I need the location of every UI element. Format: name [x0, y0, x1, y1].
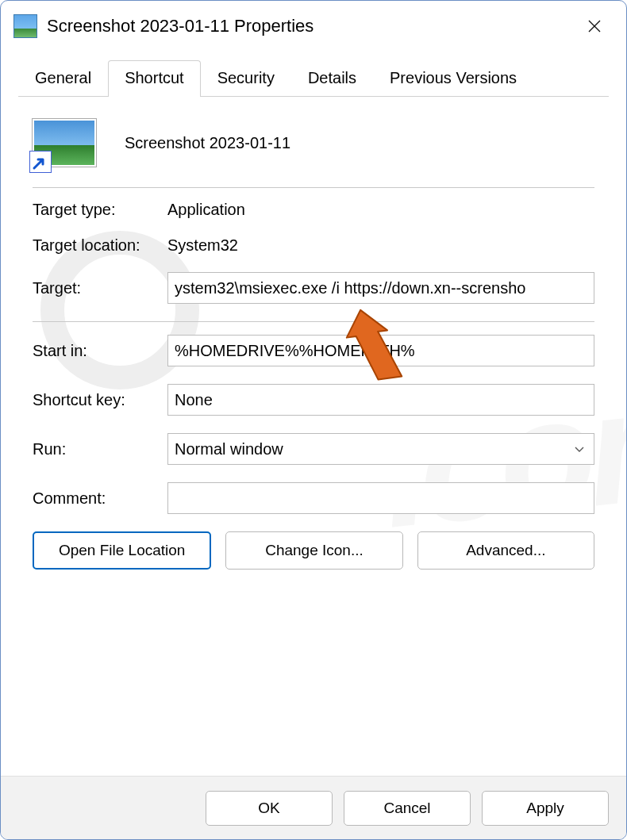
value-target-type: Application	[167, 201, 245, 219]
content-layer: General Shortcut Security Details Previo…	[1, 59, 626, 584]
close-icon	[587, 18, 602, 34]
close-button[interactable]	[575, 7, 614, 45]
tab-panel-shortcut: Screenshot 2023-01-11 Target type: Appli…	[18, 96, 609, 584]
properties-window: Screenshot 2023-01-11 Properties .com Ge…	[0, 0, 627, 840]
row-comment: Comment:	[33, 482, 594, 514]
shortcut-name: Screenshot 2023-01-11	[125, 134, 290, 152]
cancel-button[interactable]: Cancel	[344, 791, 471, 826]
run-select[interactable]: Normal window	[167, 433, 594, 465]
row-start-in: Start in:	[33, 335, 594, 366]
label-shortcut-key: Shortcut key:	[33, 391, 167, 409]
comment-input[interactable]	[167, 482, 594, 514]
label-target-location: Target location:	[33, 236, 167, 255]
shortcut-header: Screenshot 2023-01-11	[33, 119, 594, 167]
target-input[interactable]	[167, 272, 594, 304]
apply-button[interactable]: Apply	[482, 791, 609, 826]
tabs-bar: General Shortcut Security Details Previo…	[1, 59, 626, 96]
open-file-location-button[interactable]: Open File Location	[33, 531, 211, 570]
ok-button[interactable]: OK	[206, 791, 333, 826]
shortcut-file-icon	[13, 14, 37, 38]
row-target: Target:	[33, 272, 594, 304]
tab-security[interactable]: Security	[201, 60, 291, 97]
tab-previous-versions[interactable]: Previous Versions	[373, 60, 533, 97]
dialog-footer: OK Cancel Apply	[1, 776, 626, 839]
start-in-input[interactable]	[167, 335, 594, 366]
app-icon	[33, 119, 96, 167]
label-target-type: Target type:	[33, 201, 167, 219]
label-comment: Comment:	[33, 489, 167, 508]
row-run: Run: Normal window	[33, 433, 594, 465]
tab-details[interactable]: Details	[291, 60, 373, 97]
tab-general[interactable]: General	[18, 60, 108, 97]
separator	[33, 321, 594, 322]
action-buttons-row: Open File Location Change Icon... Advanc…	[33, 531, 594, 570]
row-shortcut-key: Shortcut key:	[33, 384, 594, 416]
shortcut-overlay-arrow-icon	[32, 155, 48, 171]
row-target-location: Target location: System32	[33, 236, 594, 255]
separator	[33, 187, 594, 188]
label-run: Run:	[33, 440, 167, 458]
label-start-in: Start in:	[33, 342, 167, 360]
titlebar: Screenshot 2023-01-11 Properties	[1, 1, 626, 52]
row-target-type: Target type: Application	[33, 201, 594, 219]
value-target-location: System32	[167, 236, 238, 255]
window-title: Screenshot 2023-01-11 Properties	[47, 16, 314, 36]
shortcut-key-input[interactable]	[167, 384, 594, 416]
label-target: Target:	[33, 279, 167, 297]
change-icon-button[interactable]: Change Icon...	[225, 531, 402, 570]
advanced-button[interactable]: Advanced...	[417, 531, 594, 570]
tab-shortcut[interactable]: Shortcut	[108, 60, 200, 97]
